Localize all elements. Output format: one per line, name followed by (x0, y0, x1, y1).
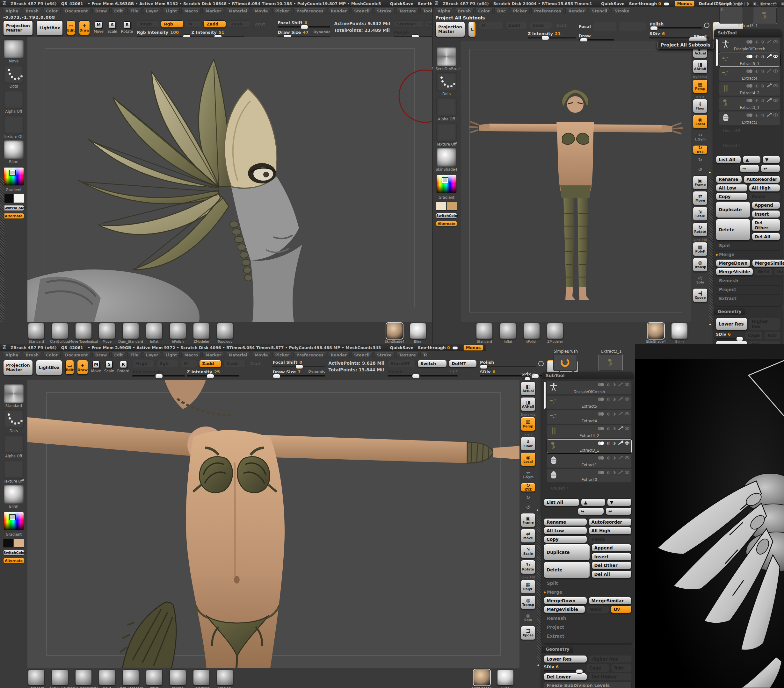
uv-crescent-icon[interactable]: ◑ (613, 383, 616, 386)
paint-brush-icon[interactable] (767, 84, 771, 88)
sculpt-canvas-head[interactable] (27, 37, 432, 322)
color-swatch[interactable] (3, 539, 13, 548)
slider-knob[interactable] (273, 374, 280, 378)
uv-crescent-icon[interactable]: ◑ (613, 456, 616, 460)
see-through-slider[interactable]: See-through 0 (418, 1, 432, 6)
shelf-item-texture-off[interactable]: Texture Off (3, 115, 24, 139)
menu-color[interactable]: Color (43, 8, 61, 14)
delete-button[interactable]: Delete (716, 219, 750, 240)
tray-brush-zmodeler[interactable]: ZModeler (191, 323, 212, 343)
cage-button[interactable]: Cage (586, 664, 610, 672)
see-through-knob[interactable] (453, 346, 458, 350)
menu-render[interactable]: Render (328, 352, 350, 358)
lower-res-button[interactable]: Lower Res (716, 318, 747, 330)
strip-local-button[interactable]: ◉Local (521, 452, 535, 466)
extract-section[interactable]: Extract (544, 632, 632, 640)
m-button[interactable]: M (181, 360, 197, 367)
tool-tab-simplebrush[interactable]: SimpleBrush (554, 349, 578, 353)
morph-slider[interactable]: Morphx y z (387, 369, 458, 377)
see-through-knob[interactable] (664, 3, 669, 5)
paint-brush-icon[interactable] (618, 412, 623, 415)
menu-picker[interactable]: Picker (510, 8, 529, 14)
insert-button[interactable]: Insert (752, 210, 781, 218)
subtool-item-discipleofcreech[interactable]: ◐◑DiscipleOfCreech (719, 38, 780, 52)
paste-button[interactable]: Paste (749, 193, 781, 200)
visibility-pair-icon[interactable] (598, 397, 604, 401)
rgb-button[interactable]: Rgb (161, 20, 183, 28)
uv-crescent-icon[interactable]: ◑ (761, 40, 764, 44)
strip-l-sym-button[interactable]: ↔L.Sym (693, 130, 707, 144)
storemt-button[interactable]: StoreMT (394, 20, 423, 28)
spix-track[interactable] (522, 378, 534, 379)
draw-button[interactable]: + Draw (79, 20, 90, 35)
delmt-button[interactable]: DelMT (449, 360, 477, 367)
zcut-button[interactable]: Zcut (248, 360, 269, 367)
polypaint-icon[interactable]: ◐ (755, 99, 759, 102)
subtool-item-extract3-1[interactable]: ◐◑Extract3_1 (547, 439, 632, 453)
rgb-button[interactable]: Rgb (156, 360, 179, 367)
zsub-button[interactable]: Zsub (228, 20, 250, 28)
see-through-slider[interactable]: See-through 0 (418, 345, 459, 350)
tray-material-blinn[interactable]: Blinn (495, 670, 516, 688)
mergedown-button[interactable]: MergeDown (716, 259, 751, 267)
remesh-section[interactable]: Remesh (544, 614, 632, 622)
shelf-item-skinshade4[interactable]: SkinShade4 (436, 148, 457, 172)
tray-brush-topology[interactable]: Topology (215, 323, 235, 343)
scroll-arrow-icon[interactable]: ▸ (537, 508, 539, 512)
tray-brush-claybuildup[interactable]: ClayBuildup (50, 670, 70, 688)
menu-document[interactable]: Document (62, 352, 91, 358)
strip-aahalf-button[interactable]: ◨AAHalf (521, 397, 535, 411)
append-button[interactable]: Append (752, 201, 781, 209)
uv-crescent-icon[interactable]: ◑ (761, 99, 764, 102)
uv-crescent-icon[interactable]: ◑ (761, 113, 764, 117)
tray-brush-move-topological[interactable]: Move Topological (73, 323, 94, 343)
menu-file[interactable]: File (127, 352, 142, 358)
edit-button[interactable]: ▭ Edit (67, 20, 75, 35)
tray-material-blinn[interactable]: Blinn (408, 323, 428, 343)
z-intensity-slider[interactable]: Z Intensity51 (191, 30, 244, 37)
radial-function-icon[interactable] (704, 23, 710, 28)
shelf-item-2-seeddrybrush[interactable]: 2_SeedDryBrush (432, 47, 462, 71)
rotate-z-button[interactable]: ↺ (693, 166, 707, 174)
visibility-pair-icon[interactable] (598, 427, 604, 430)
zadd-button[interactable]: Zadd (199, 360, 221, 367)
menu-tool[interactable]: Tool (420, 352, 427, 358)
del-lower-button[interactable]: Del Lower (716, 340, 747, 344)
uv-button[interactable]: Uv (611, 606, 632, 613)
rotate-button[interactable]: R Rotate (117, 360, 129, 374)
lightbox-button[interactable]: LightBox (468, 22, 476, 37)
z-intensity-slider[interactable]: Z Intensity21 (528, 31, 576, 39)
tray-brush-inflat[interactable]: Inflat (498, 323, 518, 343)
move-down-button[interactable]: ▼ (607, 499, 632, 506)
shelf-item-blinn[interactable]: Blinn (3, 485, 24, 509)
remesh-section[interactable]: Remesh (716, 276, 780, 284)
switch-color-button[interactable]: SwitchColor (3, 205, 24, 211)
tray-brush-claybuildup[interactable]: ClayBuildup (50, 323, 70, 343)
visibility-pair-icon[interactable] (746, 84, 753, 88)
menu-stroke[interactable]: Stroke (374, 352, 395, 358)
strip-transp-button[interactable]: ◍Transp (693, 258, 708, 272)
menu-macro[interactable]: Macro (181, 352, 201, 358)
list-all-button[interactable]: List All (544, 499, 580, 506)
shelf-item-dots[interactable]: Dots (3, 409, 24, 433)
color-swatch[interactable] (3, 194, 13, 203)
menu-color[interactable]: Color (43, 352, 61, 358)
draw-size-slider[interactable]: Draw (579, 33, 614, 41)
menu-stroke[interactable]: Stroke (374, 8, 395, 14)
shelf-item-alpha-off[interactable]: Alpha Off (3, 90, 24, 114)
rstr-button[interactable]: Rstr (764, 331, 780, 340)
shelf-item-alpha-off[interactable]: Alpha Off (436, 97, 457, 122)
strip-transp-button[interactable]: ◍Transp (521, 595, 535, 609)
switch-color-button[interactable]: SwitchColor (3, 550, 24, 555)
tray-brush-move-topological[interactable]: Move Topological (73, 670, 94, 688)
tray-brush-move[interactable]: Move (97, 323, 117, 343)
tray-brush-inflat[interactable]: Inflat (144, 670, 165, 688)
strip-local-button[interactable]: ◉Local (693, 115, 708, 129)
menu-alpha[interactable]: Alpha (3, 8, 21, 14)
strip-rotate-button[interactable]: ↻Rotate (521, 560, 535, 574)
rotate-z-button[interactable]: ↺ (521, 503, 535, 512)
color-picker[interactable] (3, 167, 24, 186)
polypaint-icon[interactable]: ◐ (607, 470, 610, 474)
polypaint-icon[interactable]: ◐ (607, 383, 610, 386)
merge-section[interactable]: Merge (716, 250, 780, 258)
